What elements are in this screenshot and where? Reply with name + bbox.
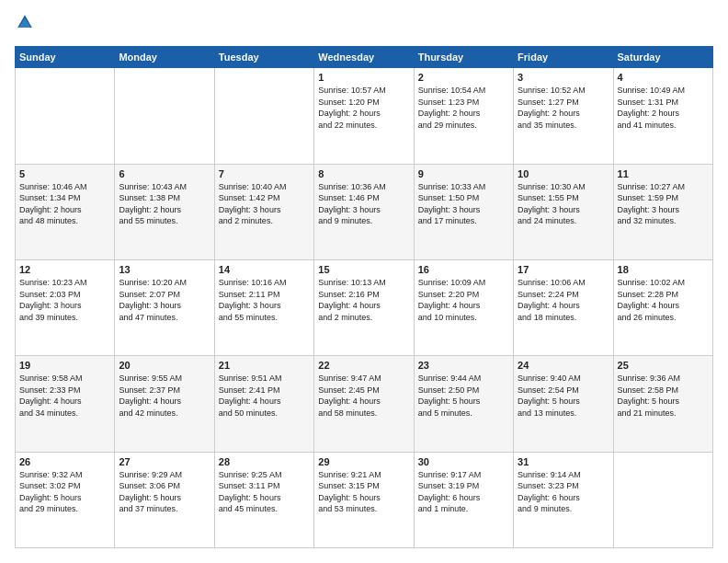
day-info: Sunrise: 9:25 AM Sunset: 3:11 PM Dayligh… — [219, 469, 310, 515]
day-number: 19 — [19, 360, 110, 371]
day-number: 8 — [318, 168, 409, 179]
day-number: 16 — [418, 264, 509, 275]
day-info: Sunrise: 10:33 AM Sunset: 1:50 PM Daylig… — [418, 181, 509, 227]
calendar-cell: 8Sunrise: 10:36 AM Sunset: 1:46 PM Dayli… — [314, 164, 414, 259]
day-number: 11 — [618, 168, 709, 179]
day-info: Sunrise: 10:06 AM Sunset: 2:24 PM Daylig… — [518, 277, 609, 323]
day-number: 22 — [318, 360, 409, 371]
day-number: 4 — [618, 72, 709, 83]
day-info: Sunrise: 9:40 AM Sunset: 2:54 PM Dayligh… — [518, 373, 609, 419]
day-number: 27 — [119, 456, 210, 467]
day-number: 28 — [219, 456, 310, 467]
day-info: Sunrise: 10:27 AM Sunset: 1:59 PM Daylig… — [618, 181, 709, 227]
day-number: 15 — [318, 264, 409, 275]
day-info: Sunrise: 10:43 AM Sunset: 1:38 PM Daylig… — [119, 181, 210, 227]
day-number: 20 — [119, 360, 210, 371]
day-info: Sunrise: 10:02 AM Sunset: 2:28 PM Daylig… — [618, 277, 709, 323]
calendar-cell: 16Sunrise: 10:09 AM Sunset: 2:20 PM Dayl… — [414, 259, 513, 355]
day-info: Sunrise: 9:32 AM Sunset: 3:02 PM Dayligh… — [19, 469, 110, 515]
calendar-header-thursday: Thursday — [414, 47, 513, 68]
day-number: 9 — [418, 168, 509, 179]
day-number: 26 — [19, 456, 110, 467]
day-number: 13 — [119, 264, 210, 275]
day-info: Sunrise: 9:14 AM Sunset: 3:23 PM Dayligh… — [518, 469, 609, 515]
calendar-cell: 30Sunrise: 9:17 AM Sunset: 3:19 PM Dayli… — [414, 452, 513, 547]
calendar-week-1: 1Sunrise: 10:57 AM Sunset: 1:20 PM Dayli… — [16, 68, 713, 164]
calendar-cell: 28Sunrise: 9:25 AM Sunset: 3:11 PM Dayli… — [214, 452, 313, 547]
header — [15, 15, 713, 37]
calendar-cell: 18Sunrise: 10:02 AM Sunset: 2:28 PM Dayl… — [613, 259, 712, 355]
day-info: Sunrise: 10:13 AM Sunset: 2:16 PM Daylig… — [318, 277, 409, 323]
day-info: Sunrise: 9:21 AM Sunset: 3:15 PM Dayligh… — [318, 469, 409, 515]
day-number: 24 — [518, 360, 609, 371]
day-info: Sunrise: 10:20 AM Sunset: 2:07 PM Daylig… — [119, 277, 210, 323]
calendar-cell: 29Sunrise: 9:21 AM Sunset: 3:15 PM Dayli… — [314, 452, 414, 547]
calendar-cell — [115, 68, 214, 164]
calendar-cell: 23Sunrise: 9:44 AM Sunset: 2:50 PM Dayli… — [414, 356, 513, 452]
calendar-cell: 2Sunrise: 10:54 AM Sunset: 1:23 PM Dayli… — [414, 68, 513, 164]
calendar-cell: 13Sunrise: 10:20 AM Sunset: 2:07 PM Dayl… — [115, 259, 214, 355]
calendar-cell: 21Sunrise: 9:51 AM Sunset: 2:41 PM Dayli… — [214, 356, 313, 452]
day-info: Sunrise: 10:57 AM Sunset: 1:20 PM Daylig… — [318, 85, 409, 131]
day-info: Sunrise: 9:58 AM Sunset: 2:33 PM Dayligh… — [19, 373, 110, 419]
day-number: 23 — [418, 360, 509, 371]
day-info: Sunrise: 9:29 AM Sunset: 3:06 PM Dayligh… — [119, 469, 210, 515]
day-info: Sunrise: 9:36 AM Sunset: 2:58 PM Dayligh… — [618, 373, 709, 419]
calendar-cell — [16, 68, 115, 164]
calendar-cell: 27Sunrise: 9:29 AM Sunset: 3:06 PM Dayli… — [115, 452, 214, 547]
day-info: Sunrise: 10:23 AM Sunset: 2:03 PM Daylig… — [19, 277, 110, 323]
day-info: Sunrise: 10:09 AM Sunset: 2:20 PM Daylig… — [418, 277, 509, 323]
calendar-week-5: 26Sunrise: 9:32 AM Sunset: 3:02 PM Dayli… — [16, 452, 713, 547]
day-info: Sunrise: 10:49 AM Sunset: 1:31 PM Daylig… — [618, 85, 709, 131]
day-number: 3 — [518, 72, 609, 83]
calendar-week-2: 5Sunrise: 10:46 AM Sunset: 1:34 PM Dayli… — [16, 164, 713, 259]
day-number: 1 — [318, 72, 409, 83]
day-info: Sunrise: 10:36 AM Sunset: 1:46 PM Daylig… — [318, 181, 409, 227]
day-number: 5 — [19, 168, 110, 179]
logo-icon — [17, 14, 33, 30]
day-number: 21 — [219, 360, 310, 371]
calendar-cell: 3Sunrise: 10:52 AM Sunset: 1:27 PM Dayli… — [514, 68, 613, 164]
calendar-header-friday: Friday — [514, 47, 613, 68]
calendar-cell: 1Sunrise: 10:57 AM Sunset: 1:20 PM Dayli… — [314, 68, 414, 164]
calendar-cell: 25Sunrise: 9:36 AM Sunset: 2:58 PM Dayli… — [613, 356, 712, 452]
calendar-cell: 31Sunrise: 9:14 AM Sunset: 3:23 PM Dayli… — [514, 452, 613, 547]
calendar-cell: 12Sunrise: 10:23 AM Sunset: 2:03 PM Dayl… — [16, 259, 115, 355]
calendar-cell: 9Sunrise: 10:33 AM Sunset: 1:50 PM Dayli… — [414, 164, 513, 259]
day-number: 14 — [219, 264, 310, 275]
day-number: 17 — [518, 264, 609, 275]
day-number: 31 — [518, 456, 609, 467]
calendar-header-wednesday: Wednesday — [314, 47, 414, 68]
day-number: 30 — [418, 456, 509, 467]
day-number: 10 — [518, 168, 609, 179]
calendar-cell: 26Sunrise: 9:32 AM Sunset: 3:02 PM Dayli… — [16, 452, 115, 547]
day-info: Sunrise: 9:44 AM Sunset: 2:50 PM Dayligh… — [418, 373, 509, 419]
calendar-header-sunday: Sunday — [16, 47, 115, 68]
calendar-week-3: 12Sunrise: 10:23 AM Sunset: 2:03 PM Dayl… — [16, 259, 713, 355]
calendar-header-saturday: Saturday — [613, 47, 712, 68]
calendar-cell: 7Sunrise: 10:40 AM Sunset: 1:42 PM Dayli… — [214, 164, 313, 259]
calendar-cell — [214, 68, 313, 164]
day-number: 7 — [219, 168, 310, 179]
day-info: Sunrise: 9:51 AM Sunset: 2:41 PM Dayligh… — [219, 373, 310, 419]
calendar-cell: 19Sunrise: 9:58 AM Sunset: 2:33 PM Dayli… — [16, 356, 115, 452]
day-info: Sunrise: 10:30 AM Sunset: 1:55 PM Daylig… — [518, 181, 609, 227]
day-number: 12 — [19, 264, 110, 275]
calendar-header-row: SundayMondayTuesdayWednesdayThursdayFrid… — [16, 47, 713, 68]
logo — [15, 15, 37, 37]
day-info: Sunrise: 10:54 AM Sunset: 1:23 PM Daylig… — [418, 85, 509, 131]
calendar-cell: 6Sunrise: 10:43 AM Sunset: 1:38 PM Dayli… — [115, 164, 214, 259]
day-info: Sunrise: 9:47 AM Sunset: 2:45 PM Dayligh… — [318, 373, 409, 419]
day-info: Sunrise: 9:55 AM Sunset: 2:37 PM Dayligh… — [119, 373, 210, 419]
day-info: Sunrise: 10:46 AM Sunset: 1:34 PM Daylig… — [19, 181, 110, 227]
page: SundayMondayTuesdayWednesdayThursdayFrid… — [0, 0, 728, 563]
day-number: 6 — [119, 168, 210, 179]
day-number: 29 — [318, 456, 409, 467]
calendar-cell: 10Sunrise: 10:30 AM Sunset: 1:55 PM Dayl… — [514, 164, 613, 259]
day-number: 25 — [618, 360, 709, 371]
calendar-cell: 24Sunrise: 9:40 AM Sunset: 2:54 PM Dayli… — [514, 356, 613, 452]
calendar-table: SundayMondayTuesdayWednesdayThursdayFrid… — [15, 46, 713, 548]
calendar-header-tuesday: Tuesday — [214, 47, 313, 68]
calendar-cell: 17Sunrise: 10:06 AM Sunset: 2:24 PM Dayl… — [514, 259, 613, 355]
day-info: Sunrise: 10:40 AM Sunset: 1:42 PM Daylig… — [219, 181, 310, 227]
